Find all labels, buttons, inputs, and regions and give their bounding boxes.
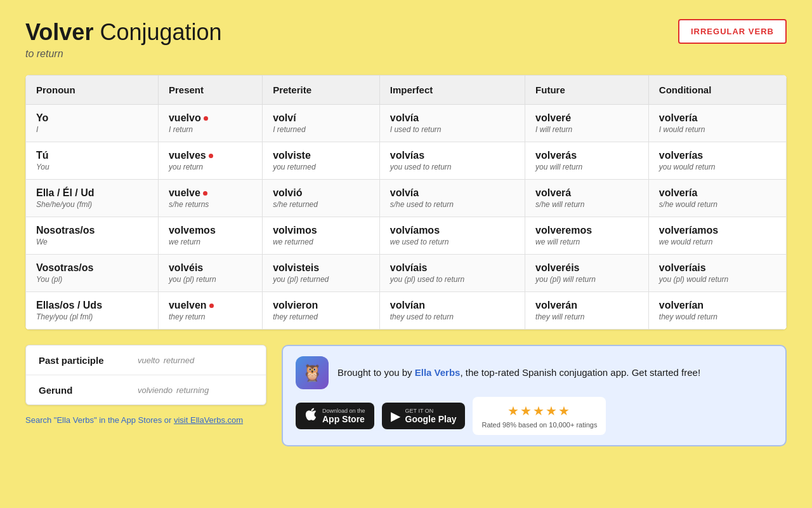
cell-pronoun: YoI [26,105,159,142]
imperfect-sub: I used to return [390,125,514,134]
preterite-sub: you (pl) returned [273,275,369,284]
irregularity-dot [209,154,213,158]
future-sub: you will return [535,163,638,171]
cell-imperfect: volvíaI used to return [379,105,525,142]
imperfect-main: volvían [390,300,514,311]
app-logo: 🦉 [296,356,329,389]
preterite-main: volvió [273,187,369,199]
app-store-button[interactable]: Download on the App Store [296,403,374,429]
cell-pronoun: TúYou [26,142,159,180]
google-play-small-label: GET IT ON [405,408,457,414]
pronoun-sub: You (pl) [36,275,148,284]
past-participle-value: vueltoreturned [134,354,194,366]
future-sub: s/he will return [535,200,638,209]
page-subtitle: to return [25,48,222,60]
imperfect-sub: we used to return [390,237,514,246]
cell-preterite: volvieronthey returned [263,292,380,330]
promo-text: Brought to you by Ella Verbs, the top-ra… [337,366,700,380]
imperfect-sub: you used to return [390,163,514,171]
present-main: vuelvo [169,112,252,124]
present-main: vuelves [169,150,252,161]
search-text: Search "Ella Verbs" in the App Stores or… [25,415,266,425]
conditional-sub: you would return [659,163,776,171]
table-header-row: Pronoun Present Preterite Imperfect Futu… [26,76,787,105]
future-sub: you (pl) will return [535,275,638,284]
cell-future: volveremoswe will return [525,217,649,255]
preterite-main: volví [273,112,369,124]
page-title: Volver Conjugation [25,19,222,46]
conditional-sub: I would return [659,125,776,134]
future-sub: we will return [535,237,638,246]
cell-imperfect: volvíamoswe used to return [379,217,525,255]
imperfect-sub: you (pl) used to return [390,275,514,284]
cell-conditional: volveríanthey would return [648,292,786,330]
rating-stars: ★★★★★ [508,403,571,418]
future-main: volveré [535,112,638,124]
cell-preterite: volvisteyou returned [263,142,380,180]
cell-conditional: volveríamoswe would return [648,217,786,255]
imperfect-sub: they used to return [390,312,514,321]
col-pronoun: Pronoun [26,76,159,105]
future-main: volveremos [535,225,638,236]
preterite-sub: you returned [273,163,369,171]
cell-conditional: volveríasyou would return [648,142,786,180]
cell-pronoun: Vosotras/osYou (pl) [26,255,159,292]
present-main: volvéis [169,262,252,274]
conditional-main: volvería [659,187,776,199]
pronoun-sub: I [36,125,148,134]
cell-preterite: volvíI returned [263,105,380,142]
future-main: volveréis [535,262,638,274]
irregularity-dot [204,116,208,121]
pronoun-main: Nosotras/os [36,225,148,236]
table-row: TúYouvuelves you returnvolvisteyou retur… [26,142,787,180]
table-row: Vosotras/osYou (pl)volvéis you (pl) retu… [26,255,787,292]
cell-imperfect: volvíaisyou (pl) used to return [379,255,525,292]
present-main: vuelve [169,187,252,199]
table-row: YoIvuelvo I returnvolvíI returnedvolvíaI… [26,105,787,142]
gerund-value: volviendoreturning [134,384,209,396]
present-sub: we return [169,237,252,246]
cell-present: vuelvo I return [158,105,262,142]
rating-text: Rated 98% based on 10,000+ ratings [481,421,597,429]
conditional-main: volveríais [659,262,776,274]
ella-verbs-promo-link[interactable]: Ella Verbs [415,367,461,378]
participle-table: Past participle vueltoreturned Gerund vo… [25,345,266,405]
conditional-sub: you (pl) would return [659,275,776,284]
table-row: Ella / Él / UdShe/he/you (fml)vuelve s/h… [26,180,787,217]
cell-present: volvemos we return [158,217,262,255]
cell-imperfect: volvíanthey used to return [379,292,525,330]
pronoun-main: Tú [36,150,148,161]
table-row: Ellas/os / UdsThey/you (pl fml)vuelven t… [26,292,787,330]
ella-verbs-link[interactable]: visit EllaVerbs.com [174,415,243,425]
pronoun-main: Vosotras/os [36,262,148,274]
gerund-row: Gerund volviendoreturning [26,375,266,404]
past-participle-label: Past participle [39,355,134,366]
apple-icon [304,408,317,424]
google-play-button[interactable]: ▶ GET IT ON Google Play [382,403,466,429]
present-sub: s/he returns [169,200,252,209]
cell-conditional: volveríaI would return [648,105,786,142]
pronoun-sub: They/you (pl fml) [36,312,148,321]
cell-conditional: volveríaisyou (pl) would return [648,255,786,292]
preterite-main: volviste [273,150,369,161]
table-row: Nosotras/osWevolvemos we returnvolvimosw… [26,217,787,255]
imperfect-main: volvía [390,112,514,124]
conditional-main: volverías [659,150,776,161]
irregularity-dot [209,304,214,308]
imperfect-main: volvías [390,150,514,161]
irregular-verb-badge: IRREGULAR VERB [678,19,787,44]
promo-buttons: Download on the App Store ▶ GET IT ON Go… [296,397,773,435]
cell-present: vuelve s/he returns [158,180,262,217]
page-header: Volver Conjugation to return IRREGULAR V… [25,19,787,60]
present-sub: you (pl) return [169,275,252,284]
conditional-main: volverían [659,300,776,311]
cell-imperfect: volvías/he used to return [379,180,525,217]
cell-pronoun: Ella / Él / UdShe/he/you (fml) [26,180,159,217]
promo-header: 🦉 Brought to you by Ella Verbs, the top-… [296,356,773,389]
app-store-big-label: App Store [322,414,365,424]
preterite-sub: I returned [273,125,369,134]
imperfect-main: volvíamos [390,225,514,236]
pronoun-sub: We [36,237,148,246]
future-main: volverán [535,300,638,311]
imperfect-sub: s/he used to return [390,200,514,209]
